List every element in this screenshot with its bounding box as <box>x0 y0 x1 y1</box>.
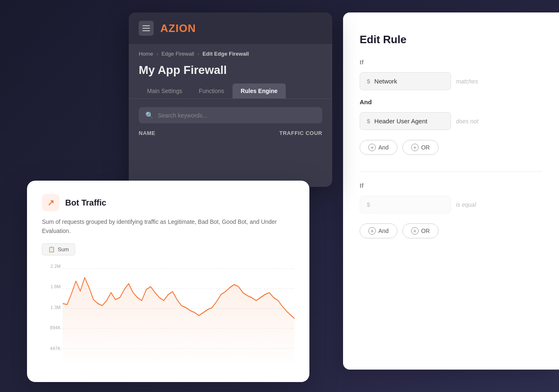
tab-main-settings[interactable]: Main Settings <box>139 83 191 98</box>
search-placeholder: Search keywords... <box>158 112 207 119</box>
rule-operator-matches: matches <box>456 78 478 85</box>
hamburger-line-1 <box>142 25 150 26</box>
rule-field-header-text: Header User Agent <box>374 118 427 125</box>
chart-y-label-4: 894K <box>42 325 61 330</box>
plus-circle-or-2: + <box>411 227 419 235</box>
tab-functions[interactable]: Functions <box>191 83 233 98</box>
breadcrumb-edge-firewall[interactable]: Edge Firewall <box>162 51 194 57</box>
chart-y-labels: 2.2M 1.8M 1.3M 894K 447K <box>42 264 61 351</box>
plus-circle-and-1: + <box>368 144 376 151</box>
card-description: Sum of requests grouped by identifying t… <box>42 217 294 236</box>
table-col-traffic: Traffic Cour <box>280 130 323 136</box>
plus-circle-and-2: + <box>368 227 376 235</box>
azion-logo: AZION <box>160 22 196 35</box>
edit-rule-panel: Edit Rule If $ Network matches And $ Hea… <box>343 12 559 370</box>
breadcrumb-home[interactable]: Home <box>139 51 153 57</box>
rule-field-header-user-agent[interactable]: $ Header User Agent <box>360 112 451 130</box>
breadcrumb-edit-firewall: Edit Edge Firewall <box>202 51 249 57</box>
and-button-label-2: And <box>378 228 389 234</box>
chart-y-label-2: 1.8M <box>42 284 61 289</box>
rule-buttons-row-1: + And + OR <box>360 140 542 155</box>
dollar-icon-2: $ <box>367 118 370 125</box>
search-box[interactable]: 🔍 Search keywords... <box>139 107 322 123</box>
chart-area: 2.2M 1.8M 1.3M 894K 447K <box>42 264 294 363</box>
card-header: ↗ Bot Traffic <box>42 194 294 211</box>
rule-field-row-3: $ is equal <box>360 196 542 213</box>
rule-operator-isequal: is equal <box>456 201 476 208</box>
add-and-button-2[interactable]: + And <box>360 223 397 238</box>
bot-traffic-card: ↗ Bot Traffic Sum of requests grouped by… <box>27 181 309 382</box>
rule-operator-doesnot: does not <box>456 118 478 125</box>
add-or-button-1[interactable]: + OR <box>402 140 439 155</box>
table-col-name: Name <box>139 130 155 136</box>
chart-svg <box>63 264 294 363</box>
chart-y-label-1: 2.2M <box>42 264 61 269</box>
table-header: Name Traffic Cour <box>129 123 332 136</box>
edit-rule-title: Edit Rule <box>360 33 542 46</box>
rule-if-label-2: If <box>360 182 542 189</box>
main-app-panel: AZION Home › Edge Firewall › Edit Edge F… <box>129 12 332 187</box>
chart-svg-wrap <box>63 264 294 363</box>
badge-label: Sum <box>58 246 69 252</box>
search-icon: 🔍 <box>145 111 154 119</box>
app-tabs: Main Settings Functions Rules Engine <box>129 83 332 99</box>
rule-field-row-1: $ Network matches <box>360 72 542 90</box>
card-badge: 📋 Sum <box>42 243 75 255</box>
breadcrumb-chevron-2: › <box>197 51 199 57</box>
chart-y-label-5: 447K <box>42 346 61 351</box>
hamburger-line-2 <box>142 28 150 29</box>
trending-up-icon: ↗ <box>47 198 54 208</box>
card-icon-wrap: ↗ <box>42 194 59 211</box>
rule-and-label: And <box>360 98 542 105</box>
breadcrumb-chevron-1: › <box>157 51 158 57</box>
add-and-button-1[interactable]: + And <box>360 140 397 155</box>
rule-field-empty[interactable]: $ <box>360 196 451 213</box>
dollar-icon-1: $ <box>367 78 370 85</box>
tab-rules-engine[interactable]: Rules Engine <box>233 83 286 98</box>
chart-y-label-3: 1.3M <box>42 305 61 310</box>
page-title: My App Firewall <box>129 60 332 83</box>
rule-field-row-2: $ Header User Agent does not <box>360 112 542 130</box>
plus-circle-or-1: + <box>411 144 419 151</box>
dollar-icon-3: $ <box>367 201 370 208</box>
rule-divider <box>360 172 542 172</box>
hamburger-line-3 <box>142 30 150 31</box>
app-header: AZION <box>129 12 332 44</box>
rule-field-network-text: Network <box>374 78 397 85</box>
breadcrumb: Home › Edge Firewall › Edit Edge Firewal… <box>129 44 332 60</box>
and-button-label-1: And <box>378 144 389 151</box>
hamburger-button[interactable] <box>139 21 154 36</box>
card-title: Bot Traffic <box>65 198 106 208</box>
table-icon: 📋 <box>48 246 55 252</box>
rule-field-network[interactable]: $ Network <box>360 72 451 90</box>
add-or-button-2[interactable]: + OR <box>402 223 439 238</box>
search-area: 🔍 Search keywords... <box>129 99 332 123</box>
rule-if-label-1: If <box>360 59 542 66</box>
or-button-label-1: OR <box>421 144 430 151</box>
rule-buttons-row-2: + And + OR <box>360 223 542 238</box>
or-button-label-2: OR <box>421 228 430 234</box>
